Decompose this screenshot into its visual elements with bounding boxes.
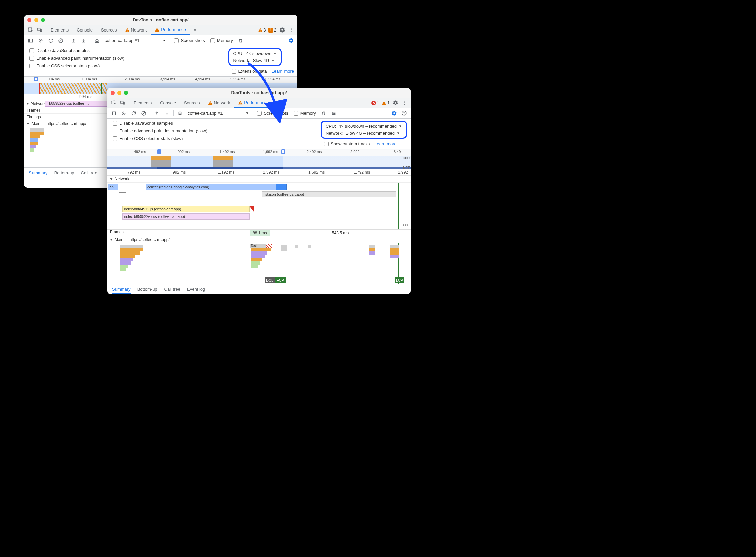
css-stats-checkbox[interactable]: Enable CSS selector stats (slow) <box>28 63 126 68</box>
device-icon[interactable] <box>35 26 43 34</box>
network-bar[interactable]: list.json (coffee-cart.app) <box>262 192 396 197</box>
screenshots-checkbox[interactable]: Screenshots <box>255 111 290 116</box>
warning-icon <box>155 28 159 32</box>
warnings-badge[interactable]: 3 <box>257 28 267 32</box>
range-handle-left[interactable] <box>157 149 161 154</box>
tab-console[interactable]: Console <box>73 25 97 35</box>
disable-js-checkbox[interactable]: Disable JavaScript samples <box>28 48 126 53</box>
warnings-badge[interactable]: 1 <box>380 100 391 105</box>
tab-sources[interactable]: Sources <box>97 25 121 35</box>
memory-checkbox[interactable]: Memory <box>208 38 235 43</box>
garbage-icon[interactable] <box>236 36 245 45</box>
frame-segment[interactable]: 88.1 ms <box>250 230 270 236</box>
errors-badge[interactable]: ✕1 <box>370 100 381 105</box>
record-icon[interactable] <box>119 109 128 118</box>
tab-more[interactable]: » <box>190 25 201 35</box>
tab-call-tree[interactable]: Call tree <box>164 287 180 292</box>
dcl-marker[interactable]: DCL <box>265 277 275 283</box>
tab-network[interactable]: Network <box>121 25 151 35</box>
kebab-icon[interactable] <box>400 98 409 107</box>
capture-settings-icon[interactable] <box>390 109 398 118</box>
kebab-icon[interactable] <box>286 26 295 34</box>
tab-elements[interactable]: Elements <box>130 98 156 108</box>
settings-icon[interactable] <box>391 98 400 107</box>
more-indicator[interactable]: ••• <box>402 222 409 228</box>
expand-icon <box>110 178 113 180</box>
tab-performance[interactable]: Performance <box>151 25 190 35</box>
device-icon[interactable] <box>118 98 127 107</box>
toggle-panel-icon[interactable] <box>109 109 118 118</box>
main-track-header[interactable]: Main — https://coffee-cart.app/ <box>107 236 411 243</box>
adv-paint-checkbox[interactable]: Enable advanced paint instrumentation (s… <box>28 56 126 61</box>
network-track-header[interactable]: Network <box>107 176 411 183</box>
shortcuts-icon[interactable] <box>329 109 338 118</box>
record-icon[interactable] <box>36 36 45 45</box>
upload-icon[interactable] <box>152 109 161 118</box>
main-flame-chart[interactable]: Task DCL FCP LCP <box>107 243 411 284</box>
network-track[interactable]: co… collect (region1.google-analytics.co… <box>107 183 411 230</box>
tab-network[interactable]: Network <box>204 98 234 108</box>
frames-track[interactable]: Frames 88.1 ms 543.5 ms <box>107 230 411 236</box>
time-ruler[interactable]: 792 ms 992 ms 1,192 ms 1,392 ms 1,592 ms… <box>107 169 411 176</box>
download-icon[interactable] <box>80 36 88 45</box>
throttling-highlight: CPU: 4× slowdown – recommended▼ Network:… <box>321 121 407 139</box>
tab-call-tree[interactable]: Call tree <box>81 170 97 175</box>
disable-js-checkbox[interactable]: Disable JavaScript samples <box>111 121 209 126</box>
frame-segment[interactable]: 543.5 ms <box>270 230 411 236</box>
recording-select[interactable]: coffee-cart.app #1▼ <box>102 38 168 43</box>
capture-settings-icon[interactable] <box>286 36 295 45</box>
capture-settings-panel: Disable JavaScript samples Enable advanc… <box>107 119 411 149</box>
titlebar: DevTools - coffee-cart.app/ <box>107 88 411 98</box>
issue-icon: ! <box>268 28 273 32</box>
reload-icon[interactable] <box>46 36 55 45</box>
expand-icon <box>110 239 113 241</box>
tab-bottom-up[interactable]: Bottom-up <box>54 170 74 175</box>
toggle-panel-icon[interactable] <box>26 36 35 45</box>
lcp-marker[interactable]: LCP <box>395 277 404 283</box>
home-icon[interactable] <box>176 109 184 118</box>
adv-paint-checkbox[interactable]: Enable advanced paint instrumentation (s… <box>111 128 209 134</box>
garbage-icon[interactable] <box>320 109 328 118</box>
inspect-icon[interactable] <box>26 26 35 34</box>
inspect-icon[interactable] <box>109 98 118 107</box>
tab-performance[interactable]: Performance <box>234 98 273 108</box>
download-icon[interactable] <box>162 109 171 118</box>
tab-elements[interactable]: Elements <box>47 25 73 35</box>
network-bar[interactable]: collect (region1.google-analytics.com) <box>146 184 276 190</box>
network-bar[interactable]: co… <box>108 184 118 190</box>
home-icon[interactable] <box>92 36 101 45</box>
issues-badge[interactable]: !2 <box>267 28 278 32</box>
tab-console[interactable]: Console <box>156 98 180 108</box>
network-throttle-select[interactable]: Slow 4G▼ <box>253 58 275 63</box>
range-handle-right[interactable] <box>281 149 285 154</box>
screenshots-checkbox[interactable]: Screenshots <box>172 38 207 43</box>
clear-icon[interactable] <box>140 109 148 118</box>
overview-timeline[interactable]: 492 ms 992 ms 1,492 ms 1,992 ms 2,492 ms… <box>107 149 411 169</box>
cpu-throttle-select[interactable]: 4× slowdown – recommended▼ <box>339 124 402 129</box>
upload-icon[interactable] <box>69 36 78 45</box>
cpu-throttle-select[interactable]: 4× slowdown▼ <box>246 51 277 56</box>
recording-select[interactable]: coffee-cart.app #1▼ <box>186 111 251 116</box>
tab-sources[interactable]: Sources <box>180 98 204 108</box>
tab-event-log[interactable]: Event log <box>187 287 205 292</box>
reload-icon[interactable] <box>129 109 138 118</box>
css-stats-checkbox[interactable]: Enable CSS selector stats (slow) <box>111 136 209 141</box>
network-bar-tail[interactable] <box>276 184 286 190</box>
learn-more-link[interactable]: Learn more <box>374 141 396 146</box>
help-icon[interactable] <box>400 109 409 118</box>
tab-bottom-up[interactable]: Bottom-up <box>138 287 157 292</box>
custom-tracks-checkbox[interactable]: Show custom tracks <box>322 141 372 146</box>
clear-icon[interactable] <box>56 36 65 45</box>
tab-summary[interactable]: Summary <box>29 170 48 177</box>
network-bar[interactable]: index-8bfa4912.js (coffee-cart.app) <box>122 206 250 212</box>
learn-more-link[interactable]: Learn more <box>272 69 294 74</box>
network-throttle-select[interactable]: Slow 4G – recommended▼ <box>345 131 400 136</box>
fcp-marker[interactable]: FCP <box>275 277 285 283</box>
tab-summary[interactable]: Summary <box>112 287 131 294</box>
settings-icon[interactable] <box>278 26 286 34</box>
network-bar[interactable]: index-b859522e.css (coffee-cart.app) <box>122 213 250 219</box>
range-handle-left[interactable] <box>34 77 37 82</box>
extension-data-checkbox[interactable]: Extension data <box>230 69 269 74</box>
memory-checkbox[interactable]: Memory <box>292 111 318 116</box>
tab-more[interactable]: » <box>273 98 283 108</box>
